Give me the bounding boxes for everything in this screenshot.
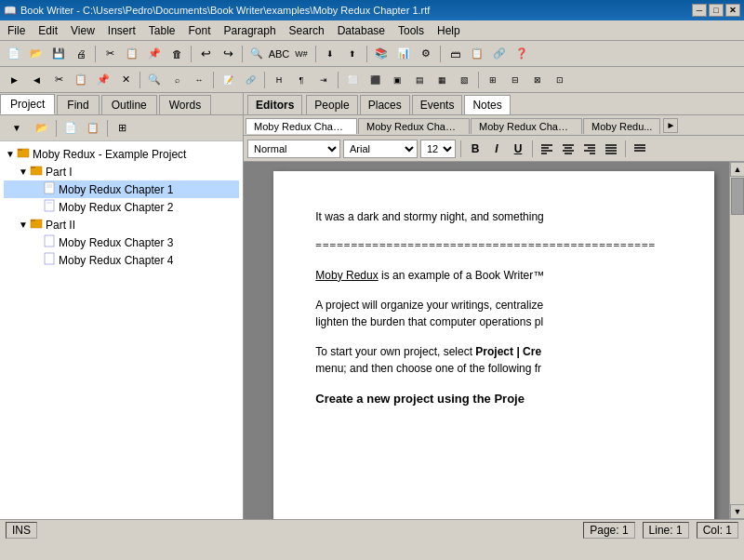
export-button[interactable]: ⬆	[342, 44, 363, 64]
tb2-ext4[interactable]: ▤	[409, 70, 430, 90]
menu-search[interactable]: Search	[284, 22, 330, 39]
tree-chap4[interactable]: Moby Redux Chapter 4	[4, 251, 239, 269]
expand-part1[interactable]: ▼	[17, 167, 30, 177]
menu-edit[interactable]: Edit	[33, 22, 63, 39]
doc-tab-4[interactable]: Moby Redu...	[583, 118, 660, 134]
proj-dropdown[interactable]: ▼	[4, 118, 30, 139]
menu-view[interactable]: View	[65, 22, 100, 39]
align-left-button[interactable]	[538, 140, 556, 158]
tab-project[interactable]: Project	[0, 94, 55, 114]
db-button[interactable]: 🗃	[445, 44, 465, 64]
close-button[interactable]: ✕	[725, 4, 740, 17]
tb2-indent[interactable]: ⇥	[313, 70, 334, 90]
scroll-down-arrow[interactable]: ▼	[730, 504, 744, 519]
align-justify-button[interactable]	[602, 140, 620, 158]
tb2-magnify[interactable]: 🔍	[144, 70, 165, 90]
compile-button[interactable]: 📚	[371, 44, 392, 64]
stats-button[interactable]: 📊	[393, 44, 414, 64]
proj-grid[interactable]: ⊞	[112, 118, 132, 139]
paste-button[interactable]: 📌	[144, 44, 165, 64]
cut-button[interactable]: ✂	[100, 44, 120, 64]
tb2-scissors[interactable]: ✂	[48, 70, 69, 90]
menu-file[interactable]: File	[2, 22, 31, 39]
minimize-button[interactable]: ─	[692, 4, 707, 17]
tb2-del[interactable]: ✕	[115, 70, 136, 90]
maximize-button[interactable]: □	[709, 4, 724, 17]
save-button[interactable]: 💾	[48, 44, 69, 64]
tab-notes[interactable]: Notes	[464, 95, 510, 114]
tb2-btn2[interactable]: ◀	[26, 70, 46, 90]
scroll-up-arrow[interactable]: ▲	[730, 162, 744, 177]
font-dropdown[interactable]: Arial	[343, 140, 418, 158]
tab-words[interactable]: Words	[159, 95, 211, 114]
tree-part1[interactable]: ▼ Part I	[4, 163, 239, 180]
menu-font[interactable]: Font	[183, 22, 217, 39]
doc-tab-1[interactable]: Moby Redux Chapter 1.rtf	[246, 118, 357, 134]
tb2-para[interactable]: ¶	[291, 70, 312, 90]
tab-people[interactable]: People	[306, 95, 357, 114]
tree-root[interactable]: ▼ Moby Redux - Example Project	[4, 145, 239, 163]
scroll-thumb[interactable]	[731, 178, 744, 215]
word-count-button[interactable]: W#	[291, 44, 312, 64]
style-dropdown[interactable]: Normal	[247, 140, 340, 158]
spell-button[interactable]: ABC	[269, 44, 289, 64]
tb2-last1[interactable]: ⊞	[483, 70, 503, 90]
tb2-ext6[interactable]: ▧	[454, 70, 474, 90]
settings-button[interactable]: ⚙	[416, 44, 436, 64]
new-button[interactable]: 📄	[4, 44, 24, 64]
tab-find[interactable]: Find	[57, 95, 99, 114]
bold-button[interactable]: B	[466, 140, 485, 158]
tb2-replace[interactable]: ↔	[189, 70, 209, 90]
size-dropdown[interactable]: 12	[420, 140, 456, 158]
menu-help[interactable]: Help	[432, 22, 466, 39]
tb2-ext3[interactable]: ▣	[387, 70, 407, 90]
tree-chap3[interactable]: Moby Redux Chapter 3	[4, 233, 239, 251]
tab-places[interactable]: Places	[360, 95, 410, 114]
expand-part2[interactable]: ▼	[17, 220, 30, 230]
scroll-track[interactable]	[730, 177, 744, 504]
copy-button[interactable]: 📋	[122, 44, 142, 64]
menu-database[interactable]: Database	[332, 22, 391, 39]
tb2-link[interactable]: 🔗	[240, 70, 260, 90]
italic-button[interactable]: I	[487, 140, 506, 158]
tree-chap1[interactable]: Moby Redux Chapter 1	[4, 180, 239, 198]
tb2-paste[interactable]: 📌	[93, 70, 113, 90]
tb2-heading[interactable]: H	[269, 70, 289, 90]
tb2-last3[interactable]: ⊠	[527, 70, 548, 90]
redo-button[interactable]: ↪	[218, 44, 238, 64]
open-button[interactable]: 📂	[26, 44, 46, 64]
tb2-last2[interactable]: ⊟	[505, 70, 525, 90]
find-button[interactable]: 🔍	[246, 44, 267, 64]
doc-scrollbar[interactable]: ▲ ▼	[729, 162, 744, 519]
tb2-btn1[interactable]: ▶	[4, 70, 24, 90]
tb2-last4[interactable]: ⊡	[550, 70, 570, 90]
menu-table[interactable]: Table	[143, 22, 181, 39]
tab-events[interactable]: Events	[412, 95, 463, 114]
expand-root[interactable]: ▼	[4, 149, 17, 159]
doc-page[interactable]: It was a dark and stormy night, and some…	[273, 171, 713, 519]
delete-button[interactable]: 🗑	[166, 44, 187, 64]
doc-tab-2[interactable]: Moby Redux Chapter 2.rtf	[358, 118, 470, 134]
db3-button[interactable]: 🔗	[489, 44, 510, 64]
tb2-copy[interactable]: 📋	[71, 70, 91, 90]
tb2-notes[interactable]: 📝	[218, 70, 238, 90]
doc-tab-3[interactable]: Moby Redux Chapter 3.rtf	[471, 118, 582, 134]
menu-paragraph[interactable]: Paragraph	[219, 22, 282, 39]
print-button[interactable]: 🖨	[71, 44, 91, 64]
tb2-find2[interactable]: ⌕	[166, 70, 187, 90]
list-button[interactable]	[631, 140, 649, 158]
menu-tools[interactable]: Tools	[392, 22, 430, 39]
underline-button[interactable]: U	[509, 140, 527, 158]
tab-outline[interactable]: Outline	[101, 95, 157, 114]
proj-add[interactable]: 📄	[60, 118, 81, 139]
align-center-button[interactable]	[559, 140, 578, 158]
undo-button[interactable]: ↩	[195, 44, 216, 64]
db2-button[interactable]: 📋	[467, 44, 487, 64]
doc-area[interactable]: It was a dark and stormy night, and some…	[244, 162, 744, 519]
tree-chap2[interactable]: Moby Redux Chapter 2	[4, 198, 239, 216]
import-button[interactable]: ⬇	[320, 44, 340, 64]
proj-open[interactable]: 📂	[32, 118, 52, 139]
align-right-button[interactable]	[580, 140, 599, 158]
tb2-ext2[interactable]: ⬛	[365, 70, 385, 90]
doc-tab-arrow[interactable]: ►	[663, 118, 678, 133]
